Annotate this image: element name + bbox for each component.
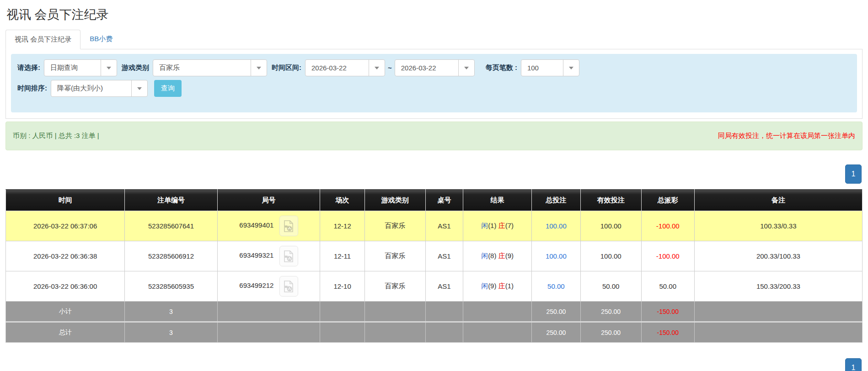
player-result-label: 闲 [481, 252, 488, 260]
cell-remark: 100.33/0.33 [694, 211, 862, 241]
total-payout: -150.00 [641, 322, 694, 343]
game-type-value: 百家乐 [153, 60, 251, 76]
pagination-top: 1 [5, 164, 863, 184]
total-bet-link[interactable]: 100.00 [546, 252, 567, 260]
header-bet-id: 注单编号 [125, 190, 217, 211]
cell-valid-bet: 100.00 [580, 241, 641, 271]
date-from-value: 2026-03-22 [305, 60, 369, 76]
subtotal-valid-bet: 250.00 [580, 302, 641, 322]
player-result-value: (1) [488, 222, 496, 229]
date-to-value: 2026-03-22 [395, 60, 458, 76]
caret-down-icon[interactable] [563, 60, 579, 76]
search-button[interactable]: 查询 [154, 80, 182, 97]
currency-total-text: 币别 : 人民币 | 总共 :3 注单 | [13, 132, 99, 140]
page-1-button[interactable]: 1 [845, 358, 862, 371]
cell-result: 闲(9) 庄(1) [463, 271, 532, 302]
banker-result-value: (7) [505, 222, 514, 229]
player-result-label: 闲 [481, 282, 488, 290]
query-type-select[interactable]: 日期查询 [44, 59, 117, 76]
table-row: 2026-03-22 06:36:00 523285605935 6934992… [6, 271, 863, 302]
header-total-bet: 总投注 [531, 190, 580, 211]
cell-table-no: AS1 [425, 211, 463, 241]
tab-video-betting-records[interactable]: 视讯 会员下注纪录 [5, 30, 80, 49]
header-remark: 备注 [694, 190, 862, 211]
total-bet-link[interactable]: 100.00 [546, 222, 567, 230]
page-1-button[interactable]: 1 [845, 164, 862, 184]
header-round-id: 局号 [217, 190, 320, 211]
filter-row-2: 时间排序: 降幂(由大到小) 查询 [17, 80, 851, 97]
table-header-row: 时间 注单编号 局号 场次 游戏类别 桌号 结果 总投注 有效投注 总派彩 备注 [6, 190, 863, 211]
tab-panel: 请选择: 日期查询 游戏类别 百家乐 时间区间: 2026-03-22 ~ 20 [5, 49, 863, 119]
cell-time: 2026-03-22 06:37:06 [6, 211, 125, 241]
player-result-value: (8) [488, 252, 496, 260]
filter-panel: 请选择: 日期查询 游戏类别 百家乐 时间区间: 2026-03-22 ~ 20 [11, 54, 857, 112]
summary-bar: 币别 : 人民币 | 总共 :3 注单 | 同局有效投注，统一计算在该局第一张注… [5, 122, 863, 150]
date-from-select[interactable]: 2026-03-22 [305, 59, 385, 76]
subtotal-payout: -150.00 [641, 302, 694, 322]
empty-cell [694, 302, 862, 322]
video-replay-icon[interactable] [279, 246, 298, 266]
player-result-label: 闲 [481, 222, 488, 229]
tab-bb-tips[interactable]: BB小费 [80, 29, 122, 49]
table-row: 2026-03-22 06:37:06 523285607641 6934994… [6, 211, 863, 241]
video-replay-icon[interactable] [279, 276, 298, 297]
empty-cell [217, 322, 320, 343]
page-size-select[interactable]: 100 [521, 59, 579, 76]
header-payout: 总派彩 [641, 190, 694, 211]
cell-result: 闲(1) 庄(7) [463, 211, 532, 241]
filter-row-1: 请选择: 日期查询 游戏类别 百家乐 时间区间: 2026-03-22 ~ 20 [17, 59, 851, 76]
subtotal-row: 小计 3 250.00 250.00 -150.00 [6, 302, 863, 322]
cell-table-no: AS1 [425, 271, 463, 302]
video-replay-icon[interactable] [279, 216, 298, 236]
header-game-type: 游戏类别 [364, 190, 425, 211]
page-size-label: 每页笔数 : [486, 64, 517, 72]
cell-bet-id: 523285605935 [125, 271, 217, 302]
cell-valid-bet: 50.00 [580, 271, 641, 302]
caret-down-icon[interactable] [101, 60, 117, 76]
total-label: 总计 [6, 322, 125, 343]
pagination-bottom: 1 [5, 358, 863, 371]
page-size-value: 100 [521, 60, 563, 76]
cell-round-id: 693499212 [217, 271, 320, 302]
cell-bet-id: 523285606912 [125, 241, 217, 271]
tab-bar: 视讯 会员下注纪录 BB小费 [5, 29, 863, 49]
betting-records-page: 视讯 会员下注纪录 视讯 会员下注纪录 BB小费 请选择: 日期查询 游戏类别 … [0, 0, 868, 371]
header-session: 场次 [320, 190, 364, 211]
caret-down-icon[interactable] [251, 60, 267, 76]
empty-cell [364, 322, 425, 343]
same-round-notice-text: 同局有效投注，统一计算在该局第一张注单内 [718, 132, 855, 140]
empty-cell [320, 302, 364, 322]
date-to-select[interactable]: 2026-03-22 [395, 59, 475, 76]
time-range-label: 时间区间: [272, 64, 301, 72]
cell-time: 2026-03-22 06:36:38 [6, 241, 125, 271]
cell-session: 12-10 [320, 271, 364, 302]
table-row: 2026-03-22 06:36:38 523285606912 6934993… [6, 241, 863, 271]
cell-round-id: 693499321 [217, 241, 320, 271]
cell-total-bet: 50.00 [531, 271, 580, 302]
total-total-bet: 250.00 [531, 322, 580, 343]
cell-table-no: AS1 [425, 241, 463, 271]
caret-down-icon[interactable] [369, 60, 385, 76]
sort-order-select[interactable]: 降幂(由大到小) [51, 80, 148, 97]
total-bet-link[interactable]: 50.00 [547, 282, 565, 290]
cell-payout: -100.00 [641, 211, 694, 241]
empty-cell [425, 302, 463, 322]
caret-down-icon[interactable] [131, 80, 147, 96]
cell-round-id: 693499401 [217, 211, 320, 241]
header-table-no: 桌号 [425, 190, 463, 211]
cell-game-type: 百家乐 [364, 271, 425, 302]
page-title: 视讯 会员下注纪录 [5, 5, 863, 29]
caret-down-icon[interactable] [458, 60, 474, 76]
cell-result: 闲(8) 庄(9) [463, 241, 532, 271]
empty-cell [425, 322, 463, 343]
game-type-select[interactable]: 百家乐 [153, 59, 267, 76]
cell-time: 2026-03-22 06:36:00 [6, 271, 125, 302]
grand-total-row: 总计 3 250.00 250.00 -150.00 [6, 322, 863, 343]
banker-result-value: (1) [505, 282, 514, 290]
query-type-value: 日期查询 [44, 60, 101, 76]
subtotal-label: 小计 [6, 302, 125, 322]
header-valid-bet: 有效投注 [580, 190, 641, 211]
subtotal-total-bet: 250.00 [531, 302, 580, 322]
header-time: 时间 [6, 190, 125, 211]
cell-game-type: 百家乐 [364, 211, 425, 241]
